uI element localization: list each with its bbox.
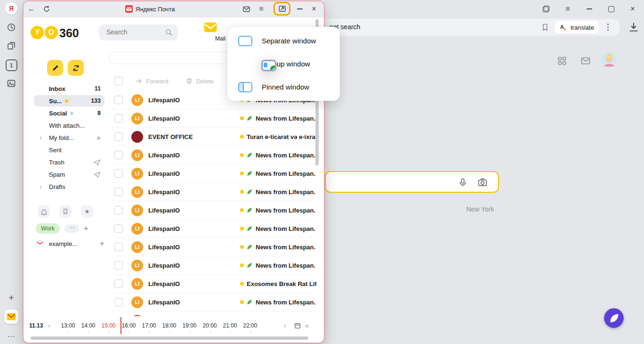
message-checkbox[interactable]: [114, 206, 123, 214]
timeline-scrollbar-horizontal[interactable]: [31, 336, 308, 340]
message-row[interactable]: LI LifespanIO News from Lifespan.: [108, 256, 316, 275]
browser-menu-button[interactable]: ≡: [563, 4, 572, 14]
search-input-box[interactable]: [325, 171, 499, 193]
timeline-hour-label: 20:00: [200, 322, 220, 329]
menu-item-separate-window[interactable]: Separate window: [227, 29, 340, 52]
message-checkbox[interactable]: [114, 169, 123, 178]
popup-back-button[interactable]: ←: [27, 5, 36, 13]
message-row[interactable]: LI LifespanIO News from Lifespan.: [108, 238, 316, 256]
add-panel-button[interactable]: +: [0, 293, 23, 303]
message-checkbox[interactable]: [114, 243, 123, 251]
message-checkbox[interactable]: [114, 188, 123, 196]
history-button[interactable]: [0, 23, 23, 32]
message-checkbox[interactable]: [114, 96, 123, 104]
unread-dot: [240, 300, 244, 304]
y360-logo-y[interactable]: Y: [31, 26, 44, 39]
alice-assistant-button[interactable]: [604, 308, 624, 328]
popup-mail-shortcut-button[interactable]: [242, 5, 250, 13]
maximize-button[interactable]: [606, 4, 616, 14]
linked-account-label[interactable]: example...: [49, 240, 77, 247]
menu-item-pinned-window[interactable]: Pinned window: [227, 75, 340, 98]
gallery-button[interactable]: [0, 79, 23, 88]
rail-more-button[interactable]: ⋯: [0, 332, 23, 341]
bookmark-button[interactable]: [540, 23, 550, 32]
calendar-button[interactable]: [294, 322, 301, 329]
mail-search-input[interactable]: [105, 28, 164, 36]
message-row[interactable]: LI LifespanIO News from Lifespan.: [108, 183, 316, 201]
notes-button[interactable]: [0, 41, 23, 50]
folder-label: Sent: [49, 147, 62, 154]
folder-row[interactable]: › My fold... +: [34, 132, 105, 143]
page-mail-button[interactable]: [580, 56, 591, 66]
timeline-collapse-button[interactable]: «: [305, 321, 309, 329]
user-avatar[interactable]: [601, 52, 617, 68]
unread-dot: [240, 208, 244, 212]
y360-logo-o[interactable]: O: [45, 26, 58, 39]
tab-counter-button[interactable]: 1: [0, 59, 23, 71]
mail-search-field[interactable]: [99, 25, 178, 41]
folder-row[interactable]: › Spam +: [34, 169, 105, 180]
tabs-panel-icon[interactable]: [541, 4, 551, 14]
labels-more-button[interactable]: ⋯: [64, 224, 79, 233]
unread-filter-button[interactable]: [81, 205, 93, 218]
translate-button[interactable]: Aя translate: [555, 21, 599, 34]
message-checkbox[interactable]: [114, 298, 123, 306]
folder-row[interactable]: › Drafts +: [34, 181, 105, 192]
bookmarks-filter-button[interactable]: [59, 205, 72, 218]
popup-titlebar[interactable]: ← Яндекс Почта ≡ ×: [24, 1, 324, 17]
search-icon[interactable]: [165, 28, 173, 37]
message-checkbox[interactable]: [114, 224, 123, 233]
folder-row[interactable]: › Sent +: [34, 144, 105, 156]
message-checkbox[interactable]: [114, 114, 123, 123]
message-checkbox[interactable]: [114, 132, 123, 141]
message-row[interactable]: LI LifespanIO News from Lifespan.: [108, 146, 316, 164]
address-bar-more-button[interactable]: [607, 24, 609, 31]
timeline-prev-button[interactable]: ‹: [48, 321, 50, 329]
message-checkbox[interactable]: [114, 279, 123, 288]
popup-window-icon: ✓: [262, 60, 276, 71]
popup-close-button[interactable]: ×: [310, 5, 318, 13]
close-button[interactable]: ×: [628, 4, 637, 14]
popup-minimize-button[interactable]: [296, 5, 304, 13]
add-label-button[interactable]: +: [84, 224, 88, 233]
downloads-button[interactable]: [628, 22, 639, 33]
image-search-button[interactable]: [477, 177, 488, 188]
folder-row[interactable]: › Trash +: [34, 156, 105, 168]
folder-row[interactable]: › With attach... +: [34, 120, 105, 131]
yandex-logo-button[interactable]: Я: [0, 2, 23, 15]
search-suggestion[interactable]: New York: [443, 205, 518, 213]
delete-button[interactable]: Delete: [185, 77, 214, 85]
add-folder-icon[interactable]: +: [97, 134, 101, 142]
message-checkbox[interactable]: [114, 261, 123, 270]
message-row[interactable]: EVENT OFFICE Turan e-ticarət və e-ixra: [108, 128, 316, 146]
popup-menu-button[interactable]: ≡: [257, 5, 266, 13]
compose-button[interactable]: [47, 60, 63, 76]
menu-item-popup-window[interactable]: ✓ Pop-up window: [227, 52, 340, 75]
mail-app-button[interactable]: [0, 310, 23, 324]
mail-app-icon: [7, 312, 16, 321]
window-mode-button[interactable]: [274, 2, 290, 16]
message-checkbox[interactable]: [114, 151, 123, 159]
message-row[interactable]: [108, 311, 316, 316]
select-all-checkbox[interactable]: [114, 77, 123, 85]
message-row[interactable]: LI LifespanIO Exosomes Break Rat Lif: [108, 275, 316, 293]
message-row[interactable]: LI LifespanIO News from Lifespan.: [108, 164, 316, 183]
services-grid-button[interactable]: [557, 56, 567, 66]
message-row[interactable]: LI LifespanIO News from Lifespan.: [108, 109, 316, 128]
message-row[interactable]: LI LifespanIO News from Lifespan.: [108, 201, 316, 220]
forward-button[interactable]: Forward: [135, 77, 169, 85]
message-row[interactable]: LI LifespanIO News from Lifespan.: [108, 293, 316, 311]
popup-refresh-button[interactable]: [42, 5, 51, 13]
folder-row[interactable]: › Social 8 +: [34, 107, 105, 119]
voice-search-button[interactable]: [458, 177, 468, 188]
check-mail-button[interactable]: [68, 60, 84, 76]
message-row[interactable]: LI LifespanIO News from Lifespan.: [108, 220, 316, 238]
timeline-next-button[interactable]: ›: [284, 321, 286, 329]
add-account-button[interactable]: +: [100, 239, 104, 248]
folder-row[interactable]: › Su... 133 +: [34, 95, 105, 106]
folder-row[interactable]: › Inbox 11 +: [34, 83, 105, 94]
notifications-filter-button[interactable]: [38, 205, 50, 218]
minimize-button[interactable]: [585, 4, 594, 14]
yandex-logo-icon: Я: [5, 2, 17, 15]
label-work[interactable]: Work: [36, 223, 60, 234]
